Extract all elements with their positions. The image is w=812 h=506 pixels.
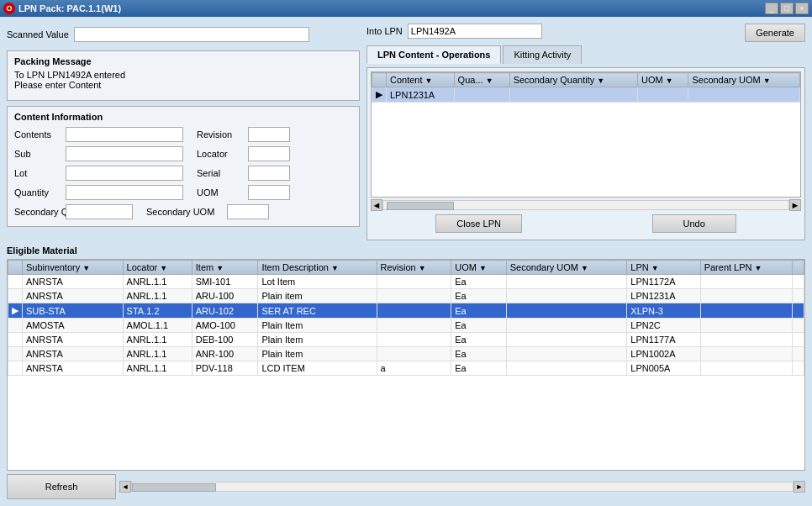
minimize-button[interactable]: _: [765, 3, 778, 14]
em-row-uom: Ea: [451, 319, 507, 333]
lpn-row-secondary-qty[interactable]: [509, 87, 637, 103]
em-col-locator[interactable]: Locator ▼: [123, 261, 192, 275]
em-row-item: PDV-118: [192, 361, 258, 376]
lpn-row-secondary-uom[interactable]: [688, 87, 800, 103]
contents-label: Contents: [14, 129, 61, 140]
app-icon: O: [3, 3, 15, 14]
lpn-row-dot: ▶: [372, 87, 387, 103]
col-secondary-uom[interactable]: Secondary UOM ▼: [688, 73, 800, 87]
content-info-title: Content Information: [14, 112, 352, 122]
col-uom[interactable]: UOM ▼: [637, 73, 688, 87]
table-row[interactable]: ANRSTA ANRL.1.1 ANR-100 Plain Item Ea LP…: [8, 347, 804, 361]
em-row-item: ARU-100: [192, 289, 258, 303]
tab-kitting-activity[interactable]: Kitting Activity: [503, 45, 582, 64]
revision-input[interactable]: [248, 127, 290, 142]
contents-input[interactable]: [66, 127, 183, 142]
em-row-parent-lpn: [700, 347, 792, 361]
packing-message-title: Packing Message: [14, 56, 352, 66]
em-row-revision: [377, 275, 451, 289]
scanned-value-input[interactable]: [74, 27, 309, 42]
refresh-button[interactable]: Refresh: [7, 474, 116, 499]
em-row-lpn: LPN1002A: [627, 347, 700, 361]
lpn-content-table: Content ▼ Qua... ▼ Secondary Quantity ▼ …: [371, 71, 801, 198]
tab-lpn-content[interactable]: LPN Content - Operations: [366, 45, 501, 64]
into-lpn-input[interactable]: [408, 24, 542, 39]
em-row-secondary-uom: [506, 347, 627, 361]
em-row-item: ANR-100: [192, 347, 258, 361]
table-row[interactable]: ANRSTA ANRL.1.1 DEB-100 Plain Item Ea LP…: [8, 333, 804, 347]
quantity-label: Quantity: [14, 187, 61, 198]
em-row-parent-lpn: [700, 289, 792, 303]
col-content[interactable]: Content ▼: [387, 73, 455, 87]
scroll-left-btn[interactable]: ◄: [371, 199, 382, 211]
em-row-description: SER AT REC: [258, 303, 377, 319]
title-bar: O LPN Pack: PAC.1.1(W1) _ □ ×: [0, 0, 812, 17]
table-row[interactable]: AMOSTA AMOL.1.1 AMO-100 Plain Item Ea LP…: [8, 319, 804, 333]
scroll-right-btn[interactable]: ►: [789, 199, 801, 211]
bottom-scroll-left[interactable]: ◄: [119, 481, 131, 493]
em-row-dot: [8, 361, 23, 376]
lpn-row-uom[interactable]: [637, 87, 688, 103]
secondary-qty-input[interactable]: [66, 204, 133, 219]
em-row-description: Plain Item: [258, 319, 377, 333]
secondary-uom-input[interactable]: [227, 204, 269, 219]
em-col-subinventory[interactable]: Subinventory ▼: [23, 261, 124, 275]
lpn-row-qty[interactable]: [454, 87, 509, 103]
col-quantity[interactable]: Qua... ▼: [454, 73, 509, 87]
em-col-lpn[interactable]: LPN ▼: [627, 261, 700, 275]
quantity-input[interactable]: [66, 185, 183, 200]
maximize-button[interactable]: □: [780, 3, 794, 14]
em-row-filler: [793, 275, 804, 289]
secondary-uom-label: Secondary UOM: [146, 207, 222, 217]
em-row-subinventory: AMOSTA: [23, 319, 124, 333]
em-row-parent-lpn: [700, 333, 792, 347]
em-row-secondary-uom: [506, 275, 627, 289]
close-button[interactable]: ×: [795, 3, 809, 14]
em-row-dot: [8, 289, 23, 303]
em-row-locator: ANRL.1.1: [123, 275, 192, 289]
em-col-item[interactable]: Item ▼: [192, 261, 258, 275]
em-row-uom: Ea: [451, 303, 507, 319]
em-col-dot: [8, 261, 23, 275]
em-row-lpn: LPN1172A: [627, 275, 700, 289]
em-col-parent-lpn[interactable]: Parent LPN ▼: [700, 261, 792, 275]
close-lpn-button[interactable]: Close LPN: [435, 214, 522, 233]
em-row-locator: AMOL.1.1: [123, 319, 192, 333]
uom-input[interactable]: [248, 185, 290, 200]
table-row[interactable]: ▶ SUB-STA STA.1.2 ARU-102 SER AT REC Ea …: [8, 303, 804, 319]
em-row-dot: [8, 319, 23, 333]
em-row-secondary-uom: [506, 289, 627, 303]
em-row-uom: Ea: [451, 289, 507, 303]
em-row-description: Plain item: [258, 289, 377, 303]
bottom-h-scrollbar[interactable]: [131, 482, 794, 492]
table-row[interactable]: ANRSTA ANRL.1.1 SMI-101 Lot Item Ea LPN1…: [8, 275, 804, 289]
serial-input[interactable]: [248, 166, 290, 181]
undo-button[interactable]: Undo: [652, 214, 736, 233]
em-row-subinventory: ANRSTA: [23, 333, 124, 347]
em-col-scrollbar: [793, 261, 804, 275]
sub-input[interactable]: [66, 146, 183, 161]
lpn-row-content[interactable]: LPN1231A: [387, 87, 455, 103]
em-row-lpn: LPN005A: [627, 361, 700, 376]
em-row-filler: [793, 289, 804, 303]
packing-message-box: Packing Message To LPN LPN1492A entered …: [7, 50, 360, 101]
em-col-revision[interactable]: Revision ▼: [377, 261, 451, 275]
table-row[interactable]: ANRSTA ANRL.1.1 PDV-118 LCD ITEM a Ea LP…: [8, 361, 804, 376]
em-row-locator: ANRL.1.1: [123, 289, 192, 303]
sub-label: Sub: [14, 149, 61, 159]
locator-input[interactable]: [248, 146, 290, 161]
em-row-secondary-uom: [506, 319, 627, 333]
em-col-secondary-uom[interactable]: Secondary UOM ▼: [506, 261, 627, 275]
table-row[interactable]: ANRSTA ANRL.1.1 ARU-100 Plain item Ea LP…: [8, 289, 804, 303]
col-secondary-quantity[interactable]: Secondary Quantity ▼: [509, 73, 637, 87]
em-row-item: ARU-102: [192, 303, 258, 319]
bottom-scroll-right[interactable]: ►: [794, 481, 805, 493]
em-col-uom[interactable]: UOM ▼: [451, 261, 507, 275]
generate-button[interactable]: Generate: [745, 24, 805, 42]
em-row-lpn: XLPN-3: [627, 303, 700, 319]
em-row-filler: [793, 303, 804, 319]
em-col-description[interactable]: Item Description ▼: [258, 261, 377, 275]
h-scrollbar[interactable]: [382, 200, 789, 210]
em-row-description: Plain Item: [258, 347, 377, 361]
lot-input[interactable]: [66, 166, 183, 181]
